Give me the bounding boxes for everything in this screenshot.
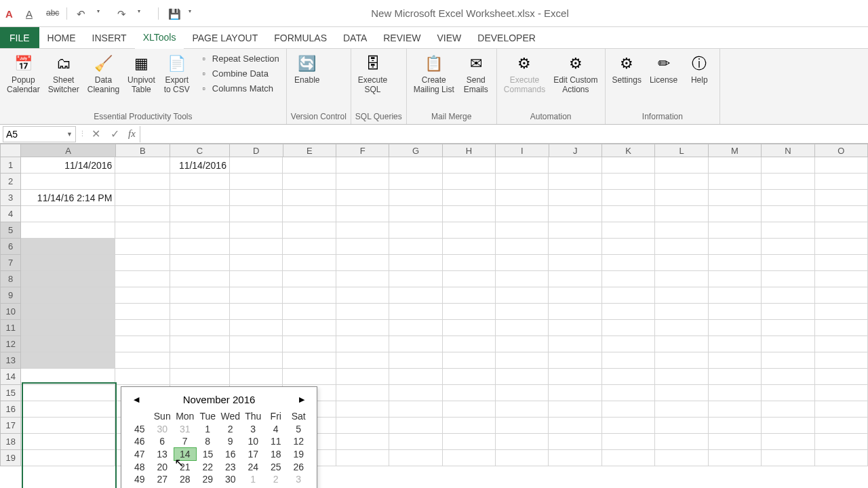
cell-D12[interactable] — [230, 336, 283, 352]
cell-K7[interactable] — [602, 255, 655, 271]
col-header-F[interactable]: F — [336, 144, 389, 157]
cell-O9[interactable] — [815, 287, 868, 304]
cell-E14[interactable] — [283, 369, 336, 385]
undo-icon[interactable]: ↶ — [77, 8, 87, 19]
cell-A4[interactable] — [21, 206, 115, 222]
cell-K2[interactable] — [602, 174, 655, 190]
cell-M12[interactable] — [709, 336, 762, 352]
cell-D9[interactable] — [230, 287, 283, 304]
tab-file[interactable]: FILE — [0, 27, 39, 48]
cell-H10[interactable] — [443, 304, 496, 320]
cell-M16[interactable] — [709, 401, 762, 418]
cell-L7[interactable] — [655, 255, 708, 271]
cell-O3[interactable] — [815, 190, 868, 206]
cell-F13[interactable] — [336, 352, 389, 369]
cal-day-7[interactable]: 7 — [219, 485, 242, 488]
cal-day-26[interactable]: 26 — [288, 461, 311, 474]
cal-day-12[interactable]: 12 — [288, 435, 311, 448]
cell-J14[interactable] — [549, 369, 601, 385]
cell-B13[interactable] — [115, 352, 170, 369]
repeat-selection-button[interactable]: ▫Repeat Selection — [196, 52, 282, 65]
cell-B9[interactable] — [115, 287, 170, 304]
cell-H11[interactable] — [443, 320, 496, 336]
cell-J9[interactable] — [549, 287, 601, 304]
cell-N6[interactable] — [762, 239, 814, 255]
cell-I11[interactable] — [496, 320, 549, 336]
cell-D1[interactable] — [230, 157, 283, 174]
cell-I7[interactable] — [496, 255, 549, 271]
row-header-9[interactable]: 9 — [0, 287, 21, 304]
col-header-G[interactable]: G — [389, 144, 442, 157]
cell-H17[interactable] — [443, 418, 496, 434]
cell-O1[interactable] — [815, 157, 868, 174]
cell-N2[interactable] — [762, 174, 814, 190]
cell-K14[interactable] — [602, 369, 655, 385]
cell-K3[interactable] — [602, 190, 655, 206]
tab-insert[interactable]: INSERT — [84, 27, 135, 48]
cell-I2[interactable] — [496, 174, 549, 190]
cell-A18[interactable] — [21, 434, 115, 450]
cell-H6[interactable] — [443, 239, 496, 255]
col-header-A[interactable]: A — [21, 144, 115, 157]
cell-N3[interactable] — [762, 190, 814, 206]
cell-D3[interactable] — [230, 190, 283, 206]
cell-D11[interactable] — [230, 320, 283, 336]
formula-input[interactable] — [140, 126, 868, 142]
cell-O2[interactable] — [815, 174, 868, 190]
cell-A17[interactable] — [21, 418, 115, 434]
cell-I1[interactable] — [496, 157, 549, 174]
cell-K9[interactable] — [602, 287, 655, 304]
data-button[interactable]: 🧹Data Cleaning — [85, 52, 122, 96]
cell-F4[interactable] — [336, 206, 389, 222]
row-header-11[interactable]: 11 — [0, 320, 21, 336]
tab-developer[interactable]: DEVELOPER — [469, 27, 544, 48]
cal-day-8[interactable]: 8 — [242, 485, 265, 488]
cell-N17[interactable] — [762, 418, 814, 434]
send-button[interactable]: ✉Send Emails — [460, 52, 492, 96]
cell-L16[interactable] — [655, 401, 708, 418]
cell-C12[interactable] — [170, 336, 230, 352]
cal-day-30[interactable]: 30 — [219, 473, 242, 485]
cell-F3[interactable] — [336, 190, 389, 206]
cal-day-13[interactable]: 13 — [151, 448, 174, 461]
cell-J17[interactable] — [549, 418, 601, 434]
cell-J2[interactable] — [549, 174, 601, 190]
cell-J3[interactable] — [549, 190, 601, 206]
cell-G18[interactable] — [389, 434, 442, 450]
cell-H18[interactable] — [443, 434, 496, 450]
cell-F7[interactable] — [336, 255, 389, 271]
cell-O13[interactable] — [815, 352, 868, 369]
cell-D4[interactable] — [230, 206, 283, 222]
cal-day-14[interactable]: 14 — [174, 448, 197, 461]
cell-G17[interactable] — [389, 418, 442, 434]
cal-day-19[interactable]: 19 — [288, 448, 311, 461]
cell-F5[interactable] — [336, 222, 389, 239]
cell-A1[interactable]: 11/14/2016 — [21, 157, 115, 174]
cell-K8[interactable] — [602, 271, 655, 287]
cell-I18[interactable] — [496, 434, 549, 450]
cell-L19[interactable] — [655, 450, 708, 466]
customize-dropdown-icon[interactable]: ▾ — [189, 8, 199, 19]
cell-G14[interactable] — [389, 369, 442, 385]
cell-J13[interactable] — [549, 352, 601, 369]
cell-K10[interactable] — [602, 304, 655, 320]
cal-day-20[interactable]: 20 — [151, 461, 174, 474]
edit-custom-button[interactable]: ⚙Edit Custom Actions — [551, 52, 600, 96]
cell-G1[interactable] — [389, 157, 442, 174]
cell-E10[interactable] — [283, 304, 336, 320]
font-color-icon[interactable]: A — [5, 8, 16, 19]
cell-G19[interactable] — [389, 450, 442, 466]
cell-F2[interactable] — [336, 174, 389, 190]
cell-C8[interactable] — [170, 271, 230, 287]
cell-G8[interactable] — [389, 271, 442, 287]
cell-I3[interactable] — [496, 190, 549, 206]
cell-M10[interactable] — [709, 304, 762, 320]
underline-icon[interactable]: A — [26, 8, 37, 19]
cell-C14[interactable] — [170, 369, 230, 385]
row-header-3[interactable]: 3 — [0, 190, 21, 206]
cell-M5[interactable] — [709, 222, 762, 239]
cell-H4[interactable] — [443, 206, 496, 222]
cal-day-3[interactable]: 3 — [242, 423, 265, 435]
cell-C9[interactable] — [170, 287, 230, 304]
cell-J11[interactable] — [549, 320, 601, 336]
